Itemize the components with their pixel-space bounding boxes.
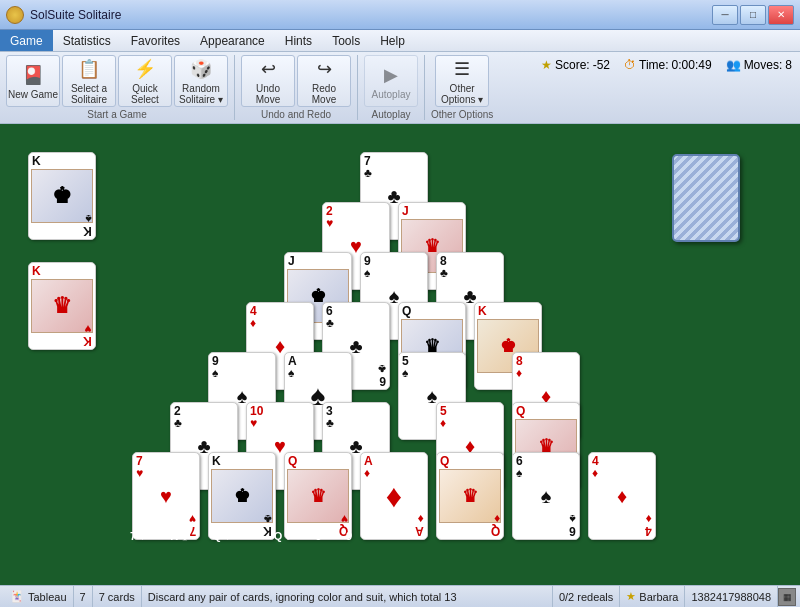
menu-bar: Game Statistics Favorites Appearance Hin… <box>0 30 800 52</box>
card-rank-tl: 9♠ <box>364 255 371 279</box>
card-rank-tl: 9♠ <box>212 355 219 379</box>
undo-group-label: Undo and Redo <box>261 109 331 120</box>
redo-button[interactable]: ↪ RedoMove <box>297 55 351 107</box>
other-options-button[interactable]: ☰ OtherOptions ▾ <box>435 55 489 107</box>
undo-icon: ↩ <box>256 57 280 81</box>
status-icon: 🃏 <box>10 590 24 603</box>
status-type: 🃏 Tableau <box>4 586 74 607</box>
card-rank-br: 6♠ <box>569 513 576 537</box>
menu-tools[interactable]: Tools <box>322 30 370 51</box>
random-solitaire-label: RandomSolitaire ▾ <box>179 83 223 105</box>
autoplay-button[interactable]: ▶ Autoplay <box>364 55 418 107</box>
status-bar: 🃏 Tableau 7 7 cards Discard any pair of … <box>0 585 800 607</box>
random-solitaire-button[interactable]: 🎲 RandomSolitaire ▾ <box>174 55 228 107</box>
select-solitaire-button[interactable]: 📋 Select aSolitaire <box>62 55 116 107</box>
moves-value: 8 <box>785 58 792 72</box>
card-rank-tl: 8♣ <box>440 255 448 279</box>
quick-select-button[interactable]: ⚡ QuickSelect <box>118 55 172 107</box>
new-game-label: New Game <box>8 89 58 100</box>
toolbar-group-undo: ↩ UndoMove ↪ RedoMove Undo and Redo <box>241 55 358 120</box>
select-solitaire-icon: 📋 <box>77 57 101 81</box>
card-rank-br: Q♦ <box>491 513 500 537</box>
toolbar-group-autoplay: ▶ Autoplay Autoplay <box>364 55 425 120</box>
start-group-label: Start a Game <box>87 109 146 120</box>
card-rank-tl: 7♣ <box>364 155 372 179</box>
time-label: Time: <box>639 58 669 72</box>
other-options-label: OtherOptions ▾ <box>441 83 483 105</box>
card-rank-tl: 5♦ <box>440 405 447 429</box>
player-icon: ★ <box>626 590 636 603</box>
menu-appearance[interactable]: Appearance <box>190 30 275 51</box>
maximize-button[interactable]: □ <box>740 5 766 25</box>
toolbar: 🎴 New Game 📋 Select aSolitaire ⚡ QuickSe… <box>0 52 800 124</box>
card-rank-tl: 3♣ <box>326 405 334 429</box>
pyramid-r7-c2[interactable]: K♣ ♚ K♣ <box>208 452 276 540</box>
toolbar-group-undo-buttons: ↩ UndoMove ↪ RedoMove <box>241 55 351 107</box>
status-hint: Discard any pair of cards, ignoring colo… <box>142 586 553 607</box>
select-solitaire-label: Select aSolitaire <box>71 83 107 105</box>
player-name: Barbara <box>639 591 678 603</box>
stock-pile[interactable] <box>672 154 740 242</box>
bottom-card-hints: 7 ♥ K ♣ Q ♥ Q ♦ 9 9 <box>130 530 352 542</box>
autoplay-icon: ▶ <box>379 63 403 87</box>
pyramid-r7-c3[interactable]: Q♥ ♛ Q♥ <box>284 452 352 540</box>
autoplay-group-label: Autoplay <box>372 109 411 120</box>
autoplay-label: Autoplay <box>372 89 411 100</box>
redo-icon: ↪ <box>312 57 336 81</box>
menu-statistics[interactable]: Statistics <box>53 30 121 51</box>
menu-game[interactable]: Game <box>0 30 53 51</box>
card-rank-tl: 6♣ <box>326 305 334 329</box>
menu-help[interactable]: Help <box>370 30 415 51</box>
left-card-1[interactable]: K♠ ♚ K♠ <box>28 152 96 240</box>
new-game-button[interactable]: 🎴 New Game <box>6 55 60 107</box>
card-rank-tl: 2♥ <box>326 205 333 229</box>
left-card-2[interactable]: K♥ ♛ K♥ <box>28 262 96 350</box>
status-count1: 7 <box>74 586 93 607</box>
status-redeals: 0/2 redeals <box>553 586 620 607</box>
other-options-icon: ☰ <box>450 57 474 81</box>
status-id: 1382417988048 <box>685 586 778 607</box>
random-solitaire-icon: 🎲 <box>189 57 213 81</box>
menu-favorites[interactable]: Favorites <box>121 30 190 51</box>
score-label: Score: <box>555 58 590 72</box>
status-player: ★ Barbara <box>620 586 685 607</box>
undo-label: UndoMove <box>256 83 280 105</box>
pyramid-r7-c4[interactable]: A♦ ♦ A♦ <box>360 452 428 540</box>
game-area[interactable]: K♠ ♚ K♠ K♥ ♛ K♥ 7♣ ♣ 7♣ 2♥ ♥ 2♥ J♥ ♛ J♥ … <box>0 124 800 544</box>
app-icon <box>6 6 24 24</box>
card-rank-br: 4♦ <box>645 513 652 537</box>
card-rank-tl: 2♣ <box>174 405 182 429</box>
time-display: ⏱ Time: 0:00:49 <box>624 58 712 72</box>
card-rank-tl: 4♦ <box>592 455 599 479</box>
close-button[interactable]: ✕ <box>768 5 794 25</box>
new-game-icon: 🎴 <box>21 63 45 87</box>
quick-select-icon: ⚡ <box>133 57 157 81</box>
moves-icon: 👥 <box>726 58 741 72</box>
status-count2: 7 cards <box>93 586 142 607</box>
pyramid-r7-c6[interactable]: 6♠ ♠ 6♠ <box>512 452 580 540</box>
moves-display: 👥 Moves: 8 <box>726 58 792 72</box>
card-rank-tl: 8♦ <box>516 355 523 379</box>
undo-button[interactable]: ↩ UndoMove <box>241 55 295 107</box>
card-rank-tl: 10♥ <box>250 405 263 429</box>
minimize-button[interactable]: ─ <box>712 5 738 25</box>
redo-label: RedoMove <box>312 83 336 105</box>
menu-hints[interactable]: Hints <box>275 30 322 51</box>
card-rank-tl: A♦ <box>364 455 373 479</box>
score-display: ★ Score: -52 <box>541 58 610 72</box>
card-rank-br: K♥ <box>83 323 92 347</box>
pyramid-r7-c7[interactable]: 4♦ ♦ 4♦ <box>588 452 656 540</box>
quick-select-label: QuickSelect <box>131 83 159 105</box>
pyramid-r7-c1[interactable]: 7♥ ♥ 7♥ <box>132 452 200 540</box>
time-icon: ⏱ <box>624 58 636 72</box>
toolbar-group-start-buttons: 🎴 New Game 📋 Select aSolitaire ⚡ QuickSe… <box>6 55 228 107</box>
window-controls[interactable]: ─ □ ✕ <box>712 5 794 25</box>
card-rank-br: K♠ <box>83 213 92 237</box>
title-bar: SolSuite Solitaire ─ □ ✕ <box>0 0 800 30</box>
card-rank-tl: 5♠ <box>402 355 409 379</box>
card-rank-br: A♦ <box>415 513 424 537</box>
pyramid-r7-c5[interactable]: Q♦ ♛ Q♦ <box>436 452 504 540</box>
time-value: 0:00:49 <box>672 58 712 72</box>
hud: ★ Score: -52 ⏱ Time: 0:00:49 👥 Moves: 8 <box>541 58 792 72</box>
card-rank-br: 6♣ <box>378 363 386 387</box>
